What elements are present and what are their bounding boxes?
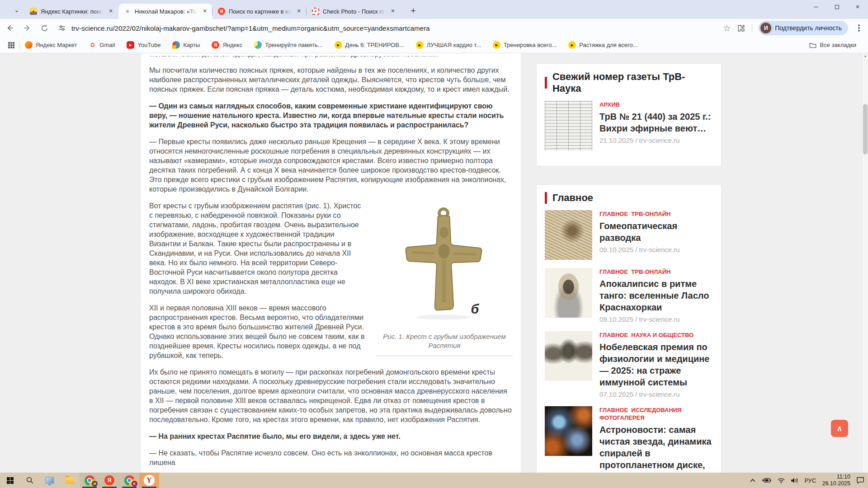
bookmark-item[interactable]: Тренируйте память...	[254, 41, 322, 49]
bookmark-item[interactable]: ▶ ЛУЧШАЯ кардио т...	[416, 41, 481, 49]
news-category[interactable]: ГЛАВНОЕ НАУКА И ОБЩЕСТВО	[599, 331, 713, 339]
speaker-icon[interactable]	[791, 478, 798, 483]
all-bookmarks-button[interactable]: Все закладки	[809, 42, 856, 48]
news-item[interactable]: АРХИВ ТрВ № 21 (440) за 2025 г.: Вихри э…	[545, 101, 713, 150]
address-bar[interactable]: trv-science.ru/2022/02/nikolaj-makarov-g…	[71, 24, 430, 32]
news-title[interactable]: Апокалипсис в ритме танго: вселенные Лас…	[599, 278, 713, 313]
chrome-profile-1-button[interactable]: И	[80, 473, 99, 488]
red-accent-bar	[545, 192, 547, 204]
bookmark-item[interactable]: Яндекс Маркет	[25, 41, 77, 49]
bookmark-label: День 6: ТРЕНИРОВ...	[345, 42, 404, 48]
clipped-paragraph-top: металлических деталей одежды, найденных …	[149, 56, 513, 60]
bookmark-item[interactable]: Карты	[172, 41, 200, 49]
news-item[interactable]: ГЛАВНОЕ НАУКА И ОБЩЕСТВО Нобелевская пре…	[545, 331, 713, 398]
file-explorer-button[interactable]	[60, 473, 80, 488]
bookmark-item[interactable]: G Gmail	[89, 41, 115, 49]
bookmark-favicon-icon: ▶	[335, 41, 342, 49]
news-item[interactable]: ГЛАВНОЕ ТРВ-ОНЛАЙН Гомеопатическая разво…	[545, 210, 713, 260]
pc-monitor-app-button[interactable]	[40, 473, 60, 488]
taskbar-clock[interactable]: 11:10 26.10.2025	[822, 474, 850, 487]
tab-title: Яндекс Картинки: поиск по из	[41, 8, 103, 15]
reload-button[interactable]	[37, 21, 52, 35]
bookmark-star-icon[interactable]: ☆	[723, 23, 731, 33]
new-tab-button[interactable]: +	[407, 5, 420, 17]
taskbar-date: 26.10.2025	[822, 480, 850, 487]
apps-grid-icon[interactable]	[8, 42, 14, 48]
bookmark-item[interactable]: ▶ День 6: ТРЕНИРОВ...	[335, 41, 404, 49]
bookmark-favicon-icon: Я	[212, 41, 219, 49]
news-title[interactable]: ТрВ № 21 (440) за 2025 г.: Вихри эфирные…	[599, 111, 713, 134]
tab-close-icon[interactable]: ✕	[107, 7, 115, 15]
glavnoe-heading: Главное	[545, 192, 713, 204]
bookmarks-list: Яндекс Маркет G Gmail ▶ YouTube Карты Я …	[25, 41, 809, 49]
tab-close-icon[interactable]: ✕	[295, 7, 303, 15]
yandex-app-button[interactable]: Я	[99, 473, 119, 488]
news-title[interactable]: Гомеопатическая разводка	[599, 220, 713, 244]
site-info-button[interactable]	[58, 24, 66, 32]
forward-button[interactable]	[20, 21, 34, 35]
news-title[interactable]: Астроновости: самая чистая звезда, динам…	[599, 424, 713, 473]
maximize-button[interactable]	[826, 0, 847, 14]
news-text: ГЛАВНОЕ ТРВ-ОНЛАЙН Апокалипсис в ритме т…	[599, 268, 713, 323]
article-paragraph: Мы посчитали количество поясных пряжек, …	[149, 66, 513, 94]
bookmark-item[interactable]: Я Яндекс	[212, 41, 242, 49]
chrome-profile-badge: И	[92, 481, 98, 487]
bookmark-favicon-icon	[25, 41, 33, 49]
scrollbar-up-arrow-icon[interactable]: ▲	[862, 54, 868, 57]
start-button[interactable]	[0, 473, 20, 488]
news-thumbnail	[545, 268, 592, 318]
page-scrollbar[interactable]: ▲	[862, 53, 868, 473]
bookmark-item[interactable]: ▶ Растяжка для всего...	[568, 41, 637, 49]
browser-tab[interactable]: Я Поиск по картинке в каждой ✕	[212, 4, 307, 19]
tray-expand-chevron-icon[interactable]	[750, 478, 756, 483]
bookmark-label: Тренировка всего...	[504, 42, 557, 48]
back-button[interactable]	[3, 21, 17, 35]
tab-close-icon[interactable]: ✕	[389, 7, 397, 15]
tune-icon	[58, 24, 66, 32]
red-accent-bar	[545, 77, 547, 89]
browser-tab[interactable]: ▲ Яндекс Картинки: поиск по из ✕	[24, 4, 118, 19]
close-button[interactable]: ✕	[847, 0, 868, 14]
folder-icon	[65, 477, 74, 484]
bookmark-label: YouTube	[137, 42, 160, 48]
action-center-icon[interactable]	[856, 477, 864, 484]
glavnoe-card: Главное ГЛАВНОЕ ТРВ-ОНЛАЙН Гомеопатическ…	[536, 184, 722, 473]
article-paragraph: Их было не принято помещать в могилу — п…	[149, 367, 513, 424]
browser-tab[interactable]: Check Photo - Поиск по фотог ✕	[307, 4, 401, 19]
tab-close-icon[interactable]: ✕	[201, 7, 209, 15]
chrome-profile-2-button[interactable]: Е	[119, 473, 139, 488]
reload-icon	[40, 24, 49, 33]
tab-search-chevron-icon[interactable]: ⌄	[12, 5, 22, 15]
battery-icon[interactable]	[762, 478, 772, 483]
window-controls: ✕	[806, 0, 868, 14]
desktop: ⌄ ▲ Яндекс Картинки: поиск по из ✕ ✳ Ник…	[0, 0, 868, 488]
news-meta: 09.10.2025 / trv-science.ru	[599, 315, 713, 323]
tab-title: Николай Макаров: «Только ар	[135, 8, 197, 15]
keyboard-language-indicator[interactable]: РУС	[804, 477, 816, 484]
verify-identity-label: Подтвердить личность	[775, 24, 842, 32]
minimize-button[interactable]	[806, 0, 826, 14]
bookmark-label: Тренируйте память...	[265, 42, 322, 48]
news-item[interactable]: ГЛАВНОЕ ИССЛЕДОВАНИЯ ФОТОГАЛЕРЕЯ Астроно…	[545, 406, 713, 473]
bookmark-item[interactable]: ▶ YouTube	[127, 41, 160, 49]
news-category[interactable]: ГЛАВНОЕ ТРВ-ОНЛАЙН	[599, 210, 713, 218]
news-title[interactable]: Нобелевская премия по физиологии и медиц…	[599, 341, 713, 388]
browser-tab[interactable]: ✳ Николай Макаров: «Только ар ✕	[118, 4, 212, 19]
news-text: ГЛАВНОЕ ИССЛЕДОВАНИЯ ФОТОГАЛЕРЕЯ Астроно…	[599, 406, 713, 473]
scroll-to-top-button[interactable]: ∧	[831, 420, 848, 437]
news-category[interactable]: АРХИВ	[599, 101, 713, 108]
tab-title: Check Photo - Поиск по фотог	[323, 8, 385, 15]
article-figure: б Рис. 1. Крест с грубым изображением Ра…	[376, 202, 513, 356]
bookmark-favicon-icon	[172, 41, 180, 49]
news-category[interactable]: ГЛАВНОЕ ТРВ-ОНЛАЙН	[599, 268, 713, 276]
extensions-puzzle-icon[interactable]	[737, 24, 745, 33]
bookmark-item[interactable]: ▶ Тренировка всего...	[493, 41, 557, 49]
taskbar-search-button[interactable]	[20, 473, 40, 488]
verify-identity-button[interactable]: И Подтвердить личность	[759, 21, 848, 35]
news-item[interactable]: ГЛАВНОЕ ТРВ-ОНЛАЙН Апокалипсис в ритме т…	[545, 268, 713, 323]
yandex-browser-button[interactable]: Y	[139, 473, 159, 488]
scrollbar-thumb[interactable]	[863, 104, 868, 155]
news-category[interactable]: ГЛАВНОЕ ИССЛЕДОВАНИЯ ФОТОГАЛЕРЕЯ	[599, 406, 713, 422]
browser-menu-icon[interactable]	[858, 27, 860, 29]
wifi-icon[interactable]	[778, 478, 785, 483]
